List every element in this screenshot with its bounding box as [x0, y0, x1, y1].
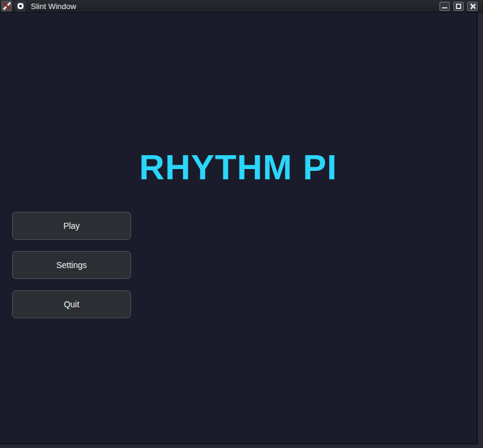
close-icon [470, 4, 475, 9]
maximize-icon [456, 4, 461, 9]
app-window: Slint Window RHYTHM PI Play Settings Qui… [0, 0, 483, 448]
window-menu-button[interactable] [1, 1, 12, 11]
maximize-button[interactable] [453, 2, 464, 11]
xorg-logo-icon [2, 2, 11, 10]
titlebar: Slint Window [0, 0, 483, 13]
page-title: RHYTHM PI [0, 147, 476, 187]
settings-button[interactable]: Settings [12, 251, 131, 279]
slint-app-icon [18, 3, 24, 9]
content-area: RHYTHM PI Play Settings Quit [0, 13, 478, 444]
minimize-button[interactable] [440, 2, 450, 11]
quit-button[interactable]: Quit [12, 290, 131, 318]
window-controls [440, 2, 478, 11]
close-button[interactable] [467, 2, 478, 11]
window-title: Slint Window [31, 0, 76, 13]
minimize-icon [442, 7, 447, 8]
main-menu: Play Settings Quit [12, 212, 131, 318]
play-button[interactable]: Play [12, 212, 131, 240]
app-icon-box [15, 1, 26, 11]
